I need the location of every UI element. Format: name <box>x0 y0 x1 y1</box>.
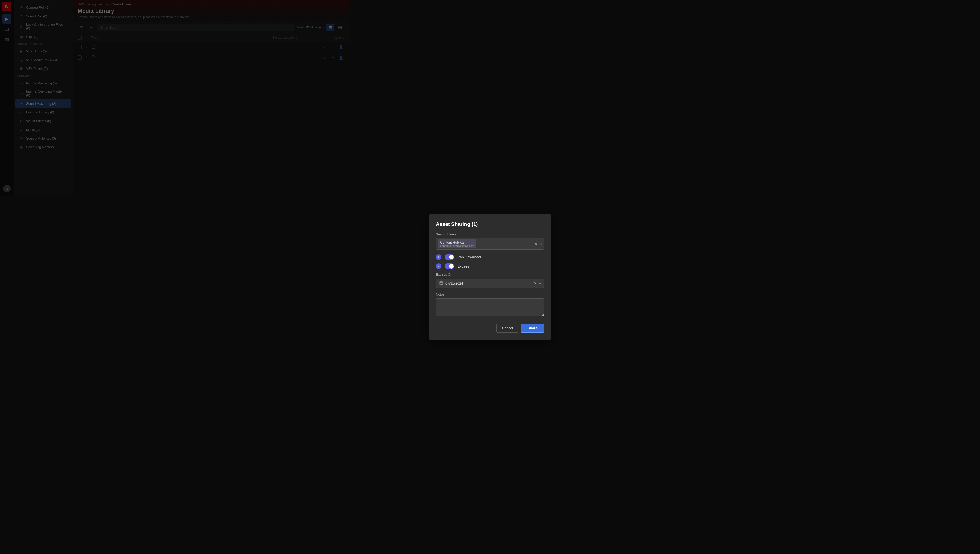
modal-overlay[interactable]: Asset Sharing (1) Search Users Content H… <box>0 0 349 196</box>
